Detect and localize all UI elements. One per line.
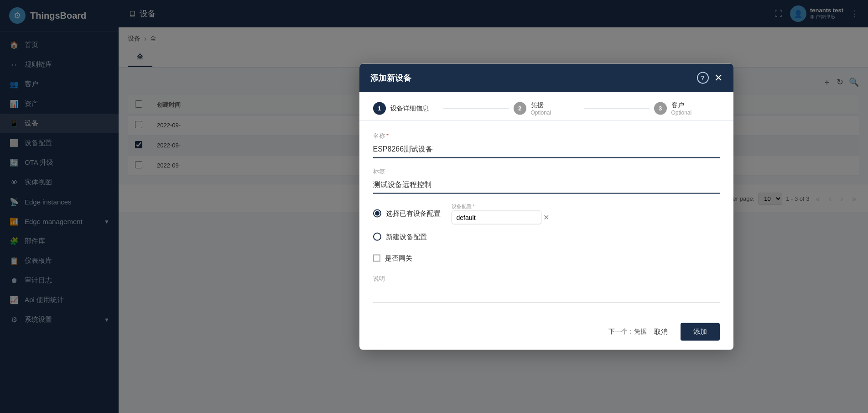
dialog-actions: 取消 添加	[647, 323, 720, 340]
name-input[interactable]	[373, 141, 720, 158]
cancel-button[interactable]: 取消	[647, 324, 675, 340]
step-2-label: 凭据	[531, 101, 551, 109]
step-1: 1 设备详细信息	[373, 102, 439, 115]
select-existing-option[interactable]: 选择已有设备配置	[373, 204, 441, 222]
step-3-sublabel: Optional	[671, 109, 692, 115]
step-line-1	[443, 108, 509, 109]
step-2-sublabel: Optional	[531, 109, 551, 115]
tag-input[interactable]	[373, 177, 720, 193]
dialog-body: 名称 标签 选择已有设备配置 设备配置 * ✕	[359, 120, 733, 315]
help-button[interactable]: ?	[697, 72, 709, 84]
is-gateway-option[interactable]: 是否网关	[373, 249, 720, 267]
next-credentials-button[interactable]: 下一个：凭据	[608, 328, 647, 336]
step-2-info: 凭据 Optional	[531, 101, 551, 115]
step-1-label: 设备详细信息	[390, 104, 429, 112]
add-button[interactable]: 添加	[681, 323, 720, 340]
step-3-label: 客户	[671, 101, 692, 109]
new-config-label: 新建设备配置	[386, 232, 427, 241]
device-config-label: 设备配置 *	[452, 203, 549, 209]
dialog-header-actions: ? ✕	[697, 72, 722, 84]
tag-form-group: 标签	[373, 167, 720, 193]
step-3-circle: 3	[654, 102, 667, 115]
tag-label: 标签	[373, 167, 720, 175]
config-input[interactable]	[452, 210, 541, 224]
step-2: 2 凭据 Optional	[514, 101, 579, 115]
is-gateway-checkbox[interactable]	[373, 255, 380, 262]
add-device-dialog: 添加新设备 ? ✕ 1 设备详细信息 2 凭据 Optional	[359, 63, 733, 350]
step-3-info: 客户 Optional	[671, 101, 692, 115]
name-label: 名称	[373, 131, 720, 140]
device-config-section: 选择已有设备配置 设备配置 * ✕ 新建设备配置	[373, 203, 720, 246]
dialog-title: 添加新设备	[370, 72, 411, 83]
dialog-header: 添加新设备 ? ✕	[359, 63, 733, 92]
select-existing-label: 选择已有设备配置	[386, 209, 441, 218]
new-config-option[interactable]: 新建设备配置	[373, 228, 720, 246]
step-2-circle: 2	[514, 102, 526, 115]
step-1-info: 设备详细信息	[390, 104, 429, 112]
name-form-group: 名称	[373, 131, 720, 158]
config-clear-button[interactable]: ✕	[543, 213, 549, 222]
select-existing-radio[interactable]	[373, 209, 381, 218]
step-3: 3 客户 Optional	[654, 101, 720, 115]
new-config-radio[interactable]	[373, 233, 381, 241]
stepper: 1 设备详细信息 2 凭据 Optional 3 客户 Optional	[359, 92, 733, 120]
is-gateway-label: 是否网关	[385, 254, 412, 262]
description-input[interactable]	[373, 284, 720, 303]
close-dialog-button[interactable]: ✕	[714, 72, 722, 84]
description-label: 说明	[373, 274, 720, 282]
step-line-2	[584, 108, 650, 109]
step-1-circle: 1	[373, 102, 386, 115]
description-group: 说明	[373, 274, 720, 304]
dialog-footer: 下一个：凭据 取消 添加	[359, 315, 733, 350]
